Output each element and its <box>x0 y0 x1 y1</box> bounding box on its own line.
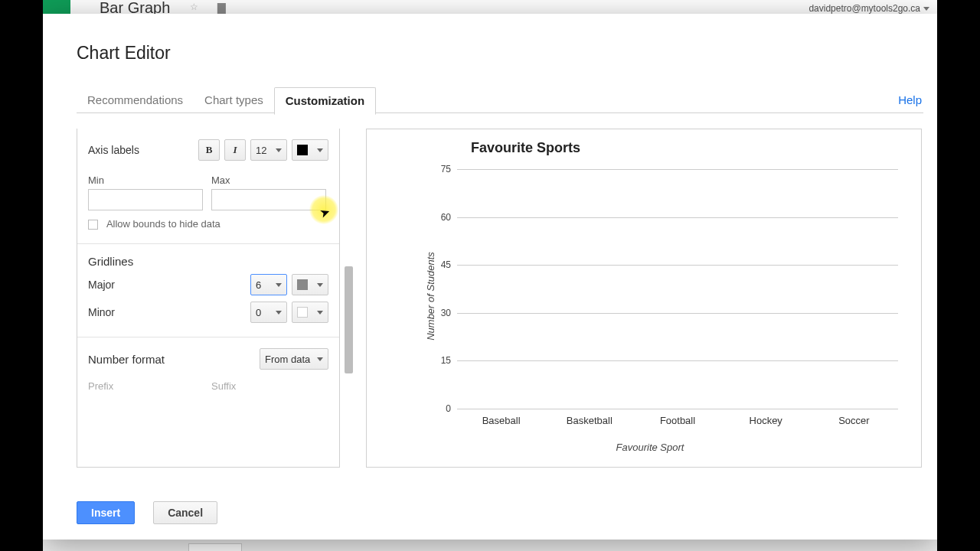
chevron-down-icon <box>317 311 323 315</box>
insert-button[interactable]: Insert <box>77 501 135 524</box>
major-gridlines-value: 6 <box>256 279 261 291</box>
x-tick-label: Soccer <box>838 415 869 426</box>
folder-icon[interactable]: ▇ <box>217 2 226 14</box>
chart-editor-modal: Chart Editor Recommendations Chart types… <box>43 14 937 540</box>
section-number-format: Number format From data Prefix Suffix <box>77 337 339 409</box>
color-swatch-icon <box>297 145 308 155</box>
axis-labels-title: Axis labels <box>88 144 139 156</box>
user-email: davidpetro@mytools2go.ca <box>808 3 920 14</box>
chevron-down-icon <box>317 283 323 287</box>
chart-preview: Favourite Sports Number of Students Favo… <box>366 129 922 468</box>
major-label: Major <box>88 279 115 291</box>
x-tick-label: Football <box>660 415 695 426</box>
gridlines-title: Gridlines <box>88 255 328 268</box>
tab-chart-types[interactable]: Chart types <box>194 87 274 113</box>
x-tick-label: Basketball <box>567 415 612 426</box>
y-tick-label: 15 <box>441 355 451 366</box>
allow-bounds-checkbox[interactable] <box>88 220 98 230</box>
sheet-tab[interactable] <box>188 543 242 551</box>
minor-gridlines-color[interactable] <box>292 302 328 323</box>
y-axis-label: Number of Students <box>425 252 436 341</box>
chevron-down-icon <box>317 148 323 152</box>
max-input[interactable] <box>211 189 326 210</box>
y-tick-label: 45 <box>441 259 451 270</box>
color-swatch-icon <box>297 307 308 318</box>
panel-scrollbar[interactable] <box>345 266 353 373</box>
y-tick-label: 0 <box>446 403 451 414</box>
number-format-title: Number format <box>88 353 165 366</box>
gridline <box>457 409 898 409</box>
minor-gridlines-value: 0 <box>256 307 261 318</box>
star-icon[interactable]: ☆ <box>190 2 198 12</box>
chevron-down-icon <box>276 311 282 315</box>
suffix-label: Suffix <box>211 380 328 392</box>
font-size-select[interactable]: 12 <box>250 139 287 161</box>
tab-customization[interactable]: Customization <box>274 87 376 115</box>
font-size-value: 12 <box>256 145 266 156</box>
account-menu[interactable]: davidpetro@mytools2go.ca <box>808 3 929 14</box>
x-axis-label: Favourite Sport <box>616 442 684 453</box>
axis-labels-toolbar: B I 12 <box>198 139 328 161</box>
section-gridlines: Gridlines Major 6 Minor <box>77 244 339 337</box>
chevron-down-icon <box>276 148 282 152</box>
major-gridlines-select[interactable]: 6 <box>250 274 287 295</box>
min-label: Min <box>88 174 205 186</box>
number-format-select[interactable]: From data <box>260 348 328 370</box>
tab-recommendations[interactable]: Recommendations <box>77 87 194 113</box>
chart-plot: 01530456075BaseballBasketballFootballHoc… <box>457 169 898 409</box>
bars-container <box>457 169 898 409</box>
chart-title: Favourite Sports <box>471 140 906 156</box>
y-tick-label: 75 <box>441 164 451 174</box>
allow-bounds-label: Allow bounds to hide data <box>106 218 220 230</box>
help-link[interactable]: Help <box>898 93 922 106</box>
font-color-select[interactable] <box>292 139 328 161</box>
y-tick-label: 60 <box>441 212 451 223</box>
cancel-button[interactable]: Cancel <box>153 501 217 524</box>
number-format-value: From data <box>265 354 310 365</box>
x-tick-label: Hockey <box>750 415 782 426</box>
chevron-down-icon <box>317 357 323 361</box>
customization-panel: Axis labels B I 12 Min <box>77 129 340 468</box>
prefix-label: Prefix <box>88 380 205 392</box>
max-label: Max <box>211 174 328 186</box>
modal-tab-bar: Recommendations Chart types Customizatio… <box>77 87 923 113</box>
color-swatch-icon <box>297 279 308 290</box>
modal-title: Chart Editor <box>77 43 171 64</box>
italic-button[interactable]: I <box>224 139 246 161</box>
major-gridlines-color[interactable] <box>292 274 328 295</box>
app-logo <box>43 0 70 14</box>
y-tick-label: 30 <box>441 308 451 318</box>
section-axis-labels: Axis labels B I 12 Min <box>77 129 339 244</box>
sheet-tab-bar <box>43 540 937 551</box>
minor-gridlines-select[interactable]: 0 <box>250 302 287 323</box>
chevron-down-icon <box>276 283 282 287</box>
min-input[interactable] <box>88 189 203 210</box>
bold-button[interactable]: B <box>198 139 220 161</box>
x-tick-label: Baseball <box>482 415 521 426</box>
minor-label: Minor <box>88 306 115 318</box>
